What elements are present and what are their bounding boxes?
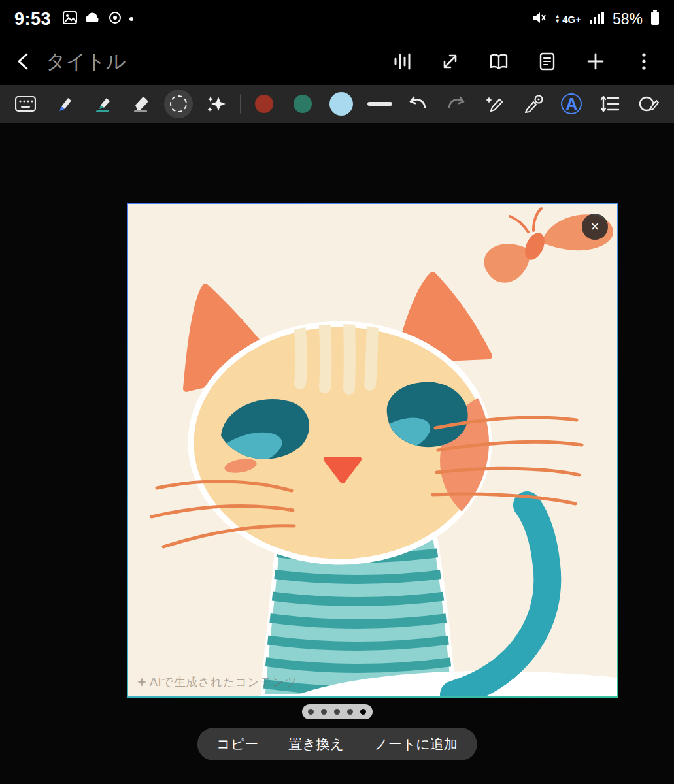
page-dot[interactable]	[321, 709, 327, 715]
notification-dot	[129, 17, 133, 21]
mute-icon	[531, 10, 547, 27]
camera-ring-icon	[109, 11, 122, 27]
waveform-icon[interactable]	[390, 50, 414, 73]
page-dot[interactable]	[308, 709, 314, 715]
document-icon[interactable]	[535, 50, 559, 73]
copy-button[interactable]: コピー	[216, 735, 258, 753]
line-spacing-tool[interactable]	[595, 89, 625, 119]
more-icon[interactable]	[632, 50, 656, 73]
cloud-icon	[85, 12, 101, 26]
status-bar: 9:53 ▲▼ 4G+ 58%	[0, 0, 674, 38]
battery-icon	[650, 10, 660, 28]
note-canvas[interactable]: AIで生成されたコンテンツ × コピー 置き換え ノートに追加	[0, 123, 674, 784]
ai-pen-tool[interactable]	[480, 89, 510, 119]
shapes-tool[interactable]	[633, 89, 664, 119]
sparkle-icon	[137, 678, 146, 687]
edit-toolbar: A	[0, 85, 674, 123]
color-swatch-red[interactable]	[249, 89, 279, 119]
stroke-width-tool[interactable]	[365, 89, 395, 119]
pen-settings-tool[interactable]	[518, 89, 548, 119]
expand-icon[interactable]	[439, 50, 462, 73]
close-icon: ×	[591, 218, 599, 235]
auto-format-tool[interactable]: A	[556, 89, 586, 119]
ai-watermark: AIで生成されたコンテンツ	[137, 674, 297, 690]
back-button[interactable]	[12, 50, 35, 73]
generated-image-selection[interactable]: AIで生成されたコンテンツ ×	[127, 203, 618, 698]
lasso-icon	[170, 95, 187, 112]
undo-button[interactable]	[403, 89, 433, 119]
page-dot-active[interactable]	[360, 709, 366, 715]
watermark-text: AIで生成されたコンテンツ	[150, 674, 297, 690]
reader-icon[interactable]	[487, 50, 511, 73]
redo-button[interactable]	[441, 89, 471, 119]
cat-illustration	[128, 204, 617, 696]
page-indicator[interactable]	[302, 704, 373, 719]
note-title[interactable]: タイトル	[46, 48, 390, 75]
generated-image[interactable]: AIで生成されたコンテンツ ×	[128, 204, 617, 696]
ai-sparkle-tool[interactable]	[201, 89, 231, 119]
clock: 9:53	[14, 9, 51, 29]
image-action-bar: コピー 置き換え ノートに追加	[197, 728, 477, 760]
add-icon[interactable]	[584, 50, 607, 73]
replace-button[interactable]: 置き換え	[288, 735, 344, 753]
page-dot[interactable]	[347, 709, 353, 715]
eraser-tool[interactable]	[126, 89, 156, 119]
keyboard-tool[interactable]	[10, 89, 41, 119]
pen-tool[interactable]	[49, 89, 79, 119]
toolbar-divider	[240, 94, 241, 114]
close-image-button[interactable]: ×	[582, 214, 608, 240]
add-to-note-button[interactable]: ノートに追加	[374, 735, 457, 753]
signal-icon	[589, 11, 605, 27]
mobile-data-icon: ▲▼ 4G+	[554, 14, 581, 25]
page-dot[interactable]	[334, 709, 340, 715]
gallery-icon	[63, 11, 77, 27]
lasso-tool-selected[interactable]	[164, 90, 193, 118]
color-swatch-teal[interactable]	[288, 89, 318, 119]
header: タイトル	[0, 38, 674, 85]
battery-percent: 58%	[613, 10, 643, 28]
highlighter-tool[interactable]	[88, 89, 118, 119]
auto-format-icon: A	[561, 93, 582, 114]
color-swatch-blue-selected[interactable]	[326, 89, 356, 119]
